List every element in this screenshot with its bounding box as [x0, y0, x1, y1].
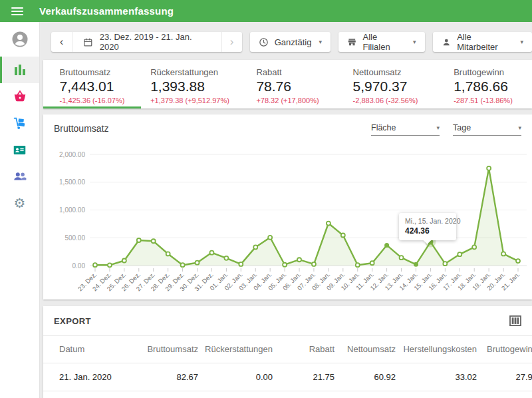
- export-title: EXPORT: [54, 316, 91, 326]
- chart-tooltip: Mi., 15. Jan. 2020 424.36: [399, 213, 456, 240]
- kpi-delta: -287.51 (-13.86%): [454, 97, 513, 104]
- kpi-label: Rabatt: [256, 67, 281, 77]
- chart-area: 0.00500.001,000.001,500.002,000.0023. De…: [43, 144, 532, 299]
- main-content: ‹ 23. Dez. 2019 - 21. Jan. 2020 › Ganztä…: [41, 22, 532, 398]
- export-table: Datum Bruttoumsatz Rückerstattungen Raba…: [43, 336, 532, 391]
- chart-metric-select-value: Fläche: [371, 123, 396, 132]
- kpi-tab-rabatt[interactable]: Rabatt 78.76 +78.32 (+17,800%): [239, 60, 336, 108]
- cell-bruttogewinn: 27.90: [477, 363, 532, 391]
- column-header: Bruttogewinn: [477, 336, 532, 363]
- contact-card-icon: [13, 143, 27, 157]
- kpi-label: Nettoumsatz: [353, 67, 402, 77]
- kpi-delta: -1,425.36 (-16.07%): [60, 97, 125, 104]
- chevron-down-icon: ▾: [520, 39, 523, 45]
- filter-toolbar: ‹ 23. Dez. 2019 - 21. Jan. 2020 › Ganztä…: [51, 32, 532, 52]
- export-header: EXPORT: [43, 306, 532, 336]
- kpi-tab-rueckerstattungen[interactable]: Rückerstattungen 1,393.88 +1,379.38 (+9,…: [141, 60, 239, 108]
- menu-icon[interactable]: [11, 7, 23, 15]
- kpi-value: 78.76: [256, 79, 291, 95]
- table-row: 21. Jan. 2020 82.67 0.00 21.75 60.92 33.…: [43, 363, 532, 391]
- employee-filter-button[interactable]: Alle Mitarbeiter ▾: [433, 32, 532, 52]
- calendar-icon: [83, 37, 93, 47]
- kpi-delta: +1,379.38 (+9,512.97%): [150, 97, 229, 104]
- store-filter-button[interactable]: Alle Filialen ▾: [338, 32, 425, 52]
- cell-nettoumsatz: 60.92: [334, 363, 396, 391]
- kpi-tab-bruttoumsatz[interactable]: Bruttoumsatz 7,443.01 -1,425.36 (-16.07%…: [43, 60, 141, 108]
- kpi-label: Bruttoumsatz: [60, 67, 111, 77]
- chevron-down-icon: ▾: [436, 124, 440, 131]
- cell-herstellungskosten: 33.02: [396, 363, 477, 391]
- employee-filter-label: Alle Mitarbeiter: [457, 32, 513, 52]
- kpi-value: 5,970.37: [353, 79, 408, 95]
- column-settings-button[interactable]: [509, 315, 521, 326]
- gear-icon: ⚙: [14, 196, 26, 210]
- chart-interval-select[interactable]: Tage ▾: [453, 123, 521, 136]
- columns-icon: [509, 315, 521, 326]
- people-icon: [13, 169, 27, 184]
- table-header-row: Datum Bruttoumsatz Rückerstattungen Raba…: [43, 336, 532, 363]
- kpi-tab-bar: Bruttoumsatz 7,443.01 -1,425.36 (-16.07%…: [43, 60, 532, 108]
- cell-rabatt: 21.75: [273, 363, 334, 391]
- time-filter-label: Ganztätig: [275, 37, 312, 47]
- person-icon: [442, 37, 452, 47]
- date-range-button[interactable]: 23. Dez. 2019 - 21. Jan. 2020: [72, 32, 221, 52]
- sidebar-item-settings[interactable]: ⚙: [0, 190, 39, 216]
- prev-period-button[interactable]: ‹: [51, 32, 72, 52]
- chevron-down-icon: ▾: [413, 39, 416, 45]
- kpi-tab-bruttogewinn[interactable]: Bruttogewinn 1,786.66 -287.51 (-13.86%): [434, 60, 532, 108]
- kpi-tab-nettoumsatz[interactable]: Nettoumsatz 5,970.37 -2,883.06 (-32.56%): [336, 60, 434, 108]
- svg-text:500.00: 500.00: [65, 234, 85, 242]
- clock-icon: [259, 37, 269, 47]
- sidebar-item-inventory[interactable]: [0, 110, 39, 136]
- sidebar-item-account[interactable]: [0, 22, 39, 57]
- column-header: Rabatt: [273, 336, 334, 363]
- account-icon: [11, 30, 29, 49]
- kpi-value: 1,786.66: [454, 79, 508, 95]
- next-period-button[interactable]: ›: [221, 32, 242, 52]
- kpi-value: 1,393.88: [150, 79, 205, 95]
- page-title: Verkaufszusammenfassung: [39, 5, 174, 17]
- chart-header: Bruttoumsatz Fläche ▾ Tage ▾: [43, 114, 532, 144]
- svg-text:0.00: 0.00: [72, 262, 86, 270]
- kpi-label: Bruttogewinn: [454, 67, 504, 77]
- column-header: Datum: [43, 336, 123, 363]
- chart-card: Bruttoumsatz Fläche ▾ Tage ▾ 0.00500.001…: [43, 114, 532, 299]
- export-card: EXPORT Datum Bruttoumsatz Rückerstat: [43, 306, 532, 398]
- sidebar-item-articles[interactable]: [0, 83, 39, 110]
- column-header: Bruttoumsatz: [123, 336, 198, 363]
- date-range-label: 23. Dez. 2019 - 21. Jan. 2020: [100, 32, 211, 52]
- kpi-delta: -2,883.06 (-32.56%): [353, 97, 418, 104]
- svg-text:2,000.00: 2,000.00: [59, 151, 85, 158]
- chart-title: Bruttoumsatz: [54, 123, 108, 134]
- sidebar-item-reports[interactable]: [0, 57, 39, 83]
- sidebar-item-customers[interactable]: [0, 136, 39, 163]
- cell-bruttoumsatz: 82.67: [123, 363, 198, 391]
- kpi-value: 7,443.01: [60, 79, 114, 95]
- hand-truck-icon: [13, 116, 27, 130]
- basket-icon: [13, 90, 27, 103]
- bar-chart-icon: [13, 63, 27, 77]
- sidebar-item-employees[interactable]: [0, 163, 39, 190]
- chevron-down-icon: ▾: [319, 39, 322, 45]
- cell-rueckerstattungen: 0.00: [198, 363, 273, 391]
- svg-text:1,000.00: 1,000.00: [59, 206, 85, 214]
- tooltip-date: Mi., 15. Jan. 2020: [405, 217, 450, 225]
- app-bar: Verkaufszusammenfassung: [0, 0, 532, 22]
- chart-interval-select-value: Tage: [453, 123, 471, 132]
- column-header: Nettoumsatz: [334, 336, 396, 363]
- store-icon: [347, 37, 357, 47]
- chart-metric-select[interactable]: Fläche ▾: [371, 123, 440, 136]
- tooltip-value: 424.36: [405, 226, 450, 236]
- store-filter-label: Alle Filialen: [363, 32, 406, 52]
- date-range-group: ‹ 23. Dez. 2019 - 21. Jan. 2020 ›: [51, 32, 242, 52]
- column-header: Rückerstattungen: [198, 336, 273, 363]
- time-filter-button[interactable]: Ganztätig ▾: [250, 32, 331, 52]
- kpi-delta: +78.32 (+17,800%): [256, 97, 319, 104]
- column-header: Herstellungskosten: [396, 336, 477, 363]
- svg-text:1,500.00: 1,500.00: [59, 178, 85, 186]
- sidebar: ⚙: [0, 22, 40, 398]
- chevron-down-icon: ▾: [518, 124, 521, 131]
- kpi-label: Rückerstattungen: [150, 67, 218, 77]
- cell-datum: 21. Jan. 2020: [43, 363, 123, 391]
